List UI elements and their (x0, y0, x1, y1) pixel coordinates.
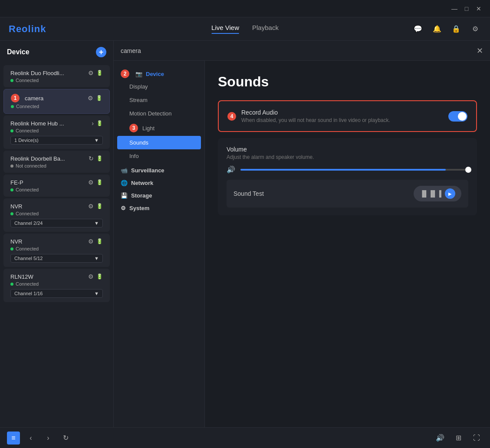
status-label-doorbell: Not connected (16, 163, 46, 168)
add-device-button[interactable]: + (96, 47, 106, 57)
settings-nav-light[interactable]: 3 Light (114, 120, 204, 136)
device-item-hub[interactable]: Reolink Home Hub ... › 🔋 Connected 1 Dev… (3, 115, 110, 149)
expand-icon-hub[interactable]: › (92, 120, 94, 127)
camera-close-button[interactable]: ✕ (477, 46, 483, 56)
settings-nav-stream[interactable]: Stream (114, 93, 204, 107)
motion-detection-label: Motion Detection (129, 110, 172, 117)
close-button[interactable]: ✕ (473, 3, 485, 15)
prev-icon[interactable]: ‹ (24, 432, 37, 445)
device-name-doorbell: Reolink Doorbell Ba... (10, 155, 65, 162)
tab-playback[interactable]: Playback (252, 24, 279, 34)
sound-test-row: Sound Test ▐▌▐▌▐ ▶ (227, 180, 468, 208)
status-dot-nvr2 (10, 247, 13, 250)
device-item-doorbell[interactable]: Reolink Doorbell Ba... ↻ 🔋 Not connected (3, 151, 110, 173)
device-item-rln12w[interactable]: RLN12W ⚙ 🔋 Connected Channel 1/16 ▼ (3, 269, 110, 302)
record-audio-title: Record Audio (241, 109, 390, 116)
volume-slider-fill (240, 169, 446, 171)
settings-nav-info[interactable]: Info (114, 149, 204, 163)
record-audio-desc: When disabled, you will not hear sound i… (241, 117, 390, 123)
menu-icon[interactable]: ≡ (7, 432, 20, 445)
battery-icon-fep: 🔋 (96, 179, 103, 185)
sound-wave-icon: ▐▌▐▌▐ (420, 190, 441, 197)
volume-slider-thumb[interactable] (465, 167, 471, 173)
battery-icon-floodlight: 🔋 (96, 70, 103, 76)
annotation-3: 3 (129, 124, 138, 132)
camera-panel: camera ✕ 2 📷 Device Display Stream Motio… (114, 41, 490, 427)
nvr2-channel-select[interactable]: Channel 5/12 ▼ (10, 254, 103, 263)
settings-nav-sounds[interactable]: Sounds (117, 136, 201, 149)
device-name-rln12w: RLN12W (10, 273, 33, 280)
battery-icon-camera: 🔋 (96, 95, 102, 101)
settings-nav-network-label: Network (131, 180, 153, 186)
fullscreen-icon[interactable]: ⛶ (470, 432, 483, 445)
rln12w-channel-select[interactable]: Channel 1/16 ▼ (10, 289, 103, 298)
settings-nav-surveillance[interactable]: 📹 Surveillance (114, 163, 204, 175)
minimize-button[interactable]: — (448, 3, 460, 15)
grid-icon[interactable]: ⊞ (452, 432, 465, 445)
battery-icon-hub: 🔋 (96, 120, 103, 126)
maximize-button[interactable]: □ (460, 3, 473, 15)
refresh-icon[interactable]: ↻ (59, 432, 72, 445)
sound-test-label: Sound Test (233, 190, 264, 197)
device-name-fep: FE-P (10, 179, 23, 186)
annotation-1: 1 (11, 94, 20, 102)
refresh-icon-doorbell[interactable]: ↻ (89, 155, 94, 162)
nav-icons: 💬 🔔 🔒 ⚙ (412, 23, 481, 35)
record-audio-toggle[interactable] (448, 111, 467, 122)
tab-live-view[interactable]: Live View (211, 24, 239, 34)
status-dot-fep (10, 188, 13, 191)
sound-test-button[interactable]: ▐▌▐▌▐ ▶ (414, 186, 461, 201)
status-dot-camera (11, 105, 14, 108)
light-label: Light (142, 125, 155, 132)
gear-icon-nvr1[interactable]: ⚙ (88, 203, 94, 210)
status-dot-doorbell (10, 165, 13, 168)
annotation-4: 4 (227, 112, 236, 121)
settings-nav-network[interactable]: 🌐 Network (114, 175, 204, 188)
device-name-nvr2: NVR (10, 238, 22, 245)
device-item-fep[interactable]: FE-P ⚙ 🔋 Connected (3, 175, 110, 197)
battery-icon-nvr2: 🔋 (96, 238, 103, 244)
play-icon[interactable]: ▶ (445, 188, 455, 199)
settings-nav-motion-detection[interactable]: Motion Detection (114, 107, 204, 120)
gear-icon-fep[interactable]: ⚙ (88, 179, 94, 186)
next-icon[interactable]: › (42, 432, 55, 445)
gear-icon-rln12w[interactable]: ⚙ (88, 273, 94, 280)
device-item-nvr2[interactable]: NVR ⚙ 🔋 Connected Channel 5/12 ▼ (3, 234, 110, 267)
battery-icon-nvr1: 🔋 (96, 203, 103, 209)
gear-icon-camera[interactable]: ⚙ (88, 95, 93, 102)
settings-nav-device[interactable]: 2 📷 Device (114, 65, 204, 80)
bottombar: ≡ ‹ › ↻ 🔊 ⊞ ⛶ (0, 427, 490, 448)
settings-content: Sounds 4 Record Audio When disabled, you… (205, 61, 490, 427)
device-item-camera[interactable]: 1 camera ⚙ 🔋 Connected (3, 89, 110, 114)
lock-icon[interactable]: 🔒 (450, 23, 462, 35)
sidebar-title: Device (7, 48, 30, 56)
device-item-floodlight[interactable]: Reolink Duo Floodli... ⚙ 🔋 Connected (3, 65, 110, 87)
settings-nav: 2 📷 Device Display Stream Motion Detecti… (114, 61, 205, 427)
device-name-nvr1: NVR (10, 203, 22, 210)
topnav: Reolink Live View Playback 💬 🔔 🔒 ⚙ (0, 17, 490, 41)
gear-icon-floodlight[interactable]: ⚙ (88, 69, 94, 76)
messages-icon[interactable]: 💬 (412, 23, 424, 35)
settings-nav-surveillance-label: Surveillance (131, 167, 164, 174)
status-label-fep: Connected (16, 187, 39, 192)
device-item-nvr1[interactable]: NVR ⚙ 🔋 Connected Channel 2/24 ▼ (3, 198, 110, 232)
settings-icon[interactable]: ⚙ (469, 23, 481, 35)
volume-row: Volume Adjust the alarm and speaker volu… (218, 138, 477, 215)
battery-icon-rln12w: 🔋 (96, 273, 103, 280)
sidebar-header: Device + (0, 41, 113, 63)
main-layout: Device + Reolink Duo Floodli... ⚙ 🔋 Conn… (0, 41, 490, 427)
annotation-2: 2 (121, 69, 129, 78)
hub-devices-select[interactable]: 1 Device(s) ▼ (10, 136, 103, 145)
settings-nav-system-label: System (129, 205, 149, 211)
titlebar: — □ ✕ (0, 0, 490, 17)
volume-icon: 🔊 (227, 165, 235, 174)
settings-nav-system[interactable]: ⚙ System (114, 201, 204, 213)
device-name-hub: Reolink Home Hub ... (10, 120, 64, 127)
notifications-icon[interactable]: 🔔 (431, 23, 443, 35)
volume-bottom-icon[interactable]: 🔊 (434, 432, 447, 445)
nvr1-channel-select[interactable]: Channel 2/24 ▼ (10, 219, 103, 227)
settings-nav-storage[interactable]: 💾 Storage (114, 188, 204, 201)
settings-nav-display[interactable]: Display (114, 80, 204, 93)
bottom-right-controls: 🔊 ⊞ ⛶ (434, 432, 483, 445)
gear-icon-nvr2[interactable]: ⚙ (88, 238, 94, 245)
